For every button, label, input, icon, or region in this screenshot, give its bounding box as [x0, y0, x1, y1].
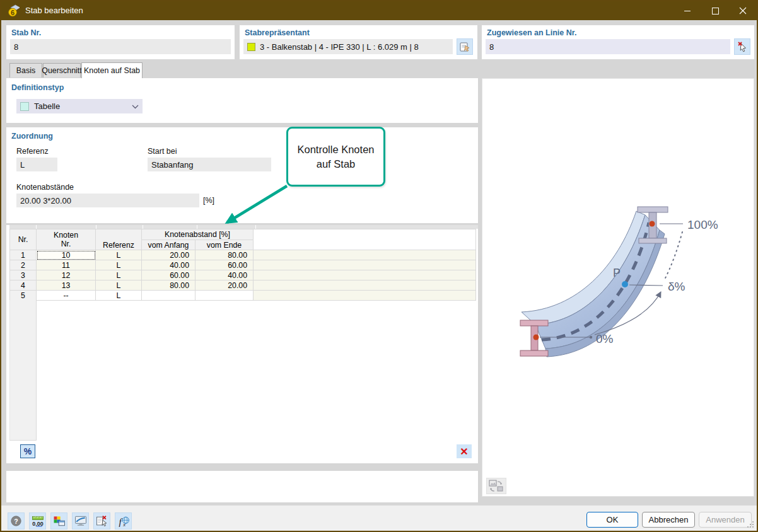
- ok-button[interactable]: OK: [586, 512, 638, 528]
- cell-referenz[interactable]: L: [96, 250, 142, 260]
- callout-arrow: [216, 181, 298, 231]
- referenz-value: L: [20, 160, 25, 170]
- definitionstyp-dropdown[interactable]: Tabelle: [16, 99, 143, 113]
- col-header-vom-ende[interactable]: vom Ende: [195, 240, 254, 250]
- monitor-icon: [74, 514, 88, 528]
- row-number[interactable]: 1: [10, 250, 37, 260]
- table-type-swatch: [20, 102, 29, 111]
- cell-vom-ende[interactable]: 20.00: [195, 280, 254, 291]
- row-number[interactable]: 2: [10, 260, 37, 270]
- image-3d-toggle-button[interactable]: [486, 478, 506, 494]
- minimize-button[interactable]: [673, 1, 701, 20]
- apply-button[interactable]: Anwenden: [699, 512, 752, 528]
- cell-referenz[interactable]: L: [96, 280, 142, 291]
- tab-querschnitt[interactable]: Querschnitt: [43, 63, 81, 78]
- row-number[interactable]: 4: [10, 280, 37, 291]
- table-row: 2 11 L 40.00 60.00: [10, 260, 476, 270]
- display-properties-button[interactable]: [50, 512, 67, 529]
- maximize-icon: [712, 8, 719, 14]
- delete-selection-button[interactable]: [93, 512, 110, 529]
- cell-empty: [254, 270, 476, 280]
- cell-vom-anfang[interactable]: 60.00: [142, 270, 195, 280]
- col-header-knoten[interactable]: Knoten Nr.: [37, 229, 96, 250]
- stabrepraesentant-field[interactable]: 3 - Balkenstab | 4 - IPE 330 | L : 6.029…: [243, 39, 453, 54]
- formula-button[interactable]: f x: [115, 512, 132, 529]
- cell-vom-anfang[interactable]: 20.00: [142, 250, 195, 260]
- apply-label: Anwenden: [706, 515, 744, 524]
- comment-area[interactable]: [6, 471, 478, 502]
- cell-knoten[interactable]: 13: [37, 280, 96, 291]
- table-row-new: 5 -- L: [10, 291, 476, 301]
- cell-vom-ende[interactable]: 40.00: [195, 270, 254, 280]
- knotenabstaende-label: Knotenabstände: [16, 183, 74, 192]
- resize-grip[interactable]: [747, 521, 754, 528]
- knoten-table: Nr. Knoten Nr. Referenz Knotenabstand [%…: [9, 229, 476, 301]
- svg-text:f: f: [119, 516, 122, 526]
- col-header-empty: [254, 229, 476, 250]
- cell-empty: [254, 291, 476, 301]
- cell-vom-anfang[interactable]: 80.00: [142, 280, 195, 291]
- tab-knoten-auf-stab[interactable]: Knoten auf Stab: [81, 62, 143, 78]
- footer-bar: ? 0,00: [1, 505, 757, 531]
- zugewiesen-linie-field[interactable]: 8: [486, 39, 730, 54]
- tab-knoten-auf-stab-label: Knoten auf Stab: [84, 66, 140, 75]
- deselect-line-button[interactable]: [734, 38, 750, 55]
- close-button[interactable]: [729, 1, 757, 20]
- percent-units-button[interactable]: %: [20, 444, 35, 458]
- zugewiesen-linie-value: 8: [489, 42, 494, 52]
- maximize-button[interactable]: [701, 1, 729, 20]
- cell-vom-ende[interactable]: 60.00: [195, 260, 254, 270]
- stab-nr-value: 8: [14, 42, 18, 52]
- svg-text:6: 6: [11, 9, 15, 16]
- close-icon: [739, 7, 747, 14]
- referenz-label: Referenz: [16, 147, 49, 156]
- cell-empty: [254, 260, 476, 270]
- label-100-percent: 100%: [687, 218, 718, 231]
- callout-kontrolle-knoten: Kontrolle Knoten auf Stab: [286, 127, 385, 187]
- cell-referenz[interactable]: L: [96, 260, 142, 270]
- cell-knoten[interactable]: 12: [37, 270, 96, 280]
- label-delta-percent: δ%: [668, 280, 685, 293]
- referenz-field[interactable]: L: [16, 158, 57, 171]
- col-header-referenz[interactable]: Referenz: [96, 229, 142, 250]
- cell-referenz[interactable]: L: [96, 270, 142, 280]
- formula-icon: f x: [117, 514, 131, 528]
- zugewiesen-linie-label: Zugewiesen an Linie Nr.: [487, 28, 576, 37]
- row-number[interactable]: 3: [10, 270, 37, 280]
- start-bei-field[interactable]: Stabanfang: [148, 158, 271, 171]
- cancel-button[interactable]: Abbrechen: [642, 512, 695, 528]
- col-header-vom-anfang[interactable]: vom Anfang: [142, 240, 195, 250]
- tab-querschnitt-label: Querschnitt: [42, 66, 81, 75]
- ok-label: OK: [607, 515, 619, 524]
- decimal-places-icon: 0,00: [31, 514, 45, 528]
- row-number[interactable]: 5: [10, 291, 37, 301]
- cell-vom-anfang[interactable]: 40.00: [142, 260, 195, 270]
- monitor-button[interactable]: [72, 512, 89, 529]
- chevron-down-icon: [132, 101, 139, 111]
- cell-referenz[interactable]: L: [96, 291, 142, 301]
- cell-knoten[interactable]: 10: [37, 250, 96, 260]
- stab-nr-field[interactable]: 8: [10, 39, 231, 54]
- knotenabstaende-field[interactable]: 20.00 3*20.00: [16, 194, 199, 207]
- cell-vom-anfang[interactable]: [142, 291, 195, 301]
- callout-line1: Kontrolle Knoten: [297, 142, 374, 156]
- cell-vom-ende[interactable]: 80.00: [195, 250, 254, 260]
- window-title: Stab bearbeiten: [25, 6, 83, 15]
- cell-knoten[interactable]: 11: [37, 260, 96, 270]
- cell-vom-ende[interactable]: [195, 291, 254, 301]
- delete-all-rows-button[interactable]: ✕: [457, 444, 472, 458]
- start-bei-label: Start bei: [148, 147, 177, 156]
- col-header-nr[interactable]: Nr.: [10, 229, 37, 250]
- image-3d-toggle-icon: [489, 480, 504, 492]
- illustration-panel: 100% δ% 0% P: [482, 78, 754, 497]
- panel-definitionstyp: Definitionstyp Tabelle: [6, 78, 478, 123]
- help-button[interactable]: ?: [8, 512, 25, 529]
- decimal-places-button[interactable]: 0,00: [29, 512, 46, 529]
- table-row: 3 12 L 60.00 40.00: [10, 270, 476, 280]
- tab-basis[interactable]: Basis: [9, 63, 42, 78]
- point-0: [534, 335, 539, 340]
- titlebar[interactable]: 6 Stab bearbeiten: [1, 1, 757, 20]
- cell-knoten[interactable]: --: [37, 291, 96, 301]
- delete-all-icon: ✕: [460, 446, 468, 458]
- pick-representative-button[interactable]: [457, 38, 473, 55]
